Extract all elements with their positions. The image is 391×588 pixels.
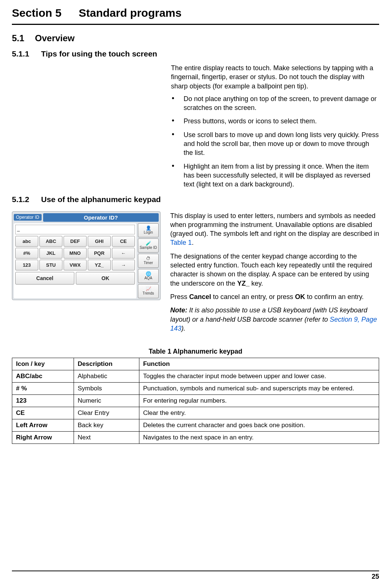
footer-rule [12, 571, 379, 571]
key-right-arrow: → [112, 260, 135, 270]
key-def: DEF [64, 236, 87, 247]
key-pqr: PQR [88, 248, 111, 259]
tip-item: Do not place anything on top of the scre… [171, 94, 379, 113]
cell-key: CE [12, 407, 74, 419]
table-row: Right Arrow Next Navigates to the next s… [12, 432, 379, 444]
key-abc-lower: abc [15, 236, 38, 247]
table-row: # % Symbols Punctuation, symbols and num… [12, 383, 379, 395]
section-5-1-2-body: This display is used to enter letters, n… [170, 211, 379, 338]
cell-func: Toggles the character input mode between… [139, 370, 379, 383]
heading-5-1-2: 5.1.2 Use of the alphanumeric keypad [12, 195, 379, 204]
cell-func: Punctuation, symbols and numerical sub- … [139, 383, 379, 395]
key-ghi: GHI [88, 236, 111, 247]
table-row: Left Arrow Back key Deletes the current … [12, 419, 379, 432]
cell-func: For entering regular numbers. [139, 395, 379, 407]
keypad-title: Operator ID? [43, 213, 159, 222]
keypad-screenshot: Operator ID Operator ID? _ abc ABC DEF G… [12, 211, 161, 300]
page-footer: 25 [12, 571, 379, 581]
side-login: 👤Login [138, 223, 159, 237]
section-name: Standard programs [79, 7, 182, 19]
table-row: ABC/abc Alphabetic Toggles the character… [12, 370, 379, 383]
side-aqa: 🌐AQA [138, 269, 159, 283]
title-rule [12, 24, 379, 25]
cancel-button: Cancel [15, 272, 74, 285]
cell-key: ABC/abc [12, 370, 74, 383]
table-row: 123 Numeric For entering regular numbers… [12, 395, 379, 407]
intro-paragraph: The entire display reacts to touch. Make… [171, 64, 379, 91]
cell-func: Navigates to the next space in an entry. [139, 432, 379, 444]
key-ce: CE [112, 236, 135, 247]
key-symbols: #% [15, 248, 38, 259]
cell-key: Right Arrow [12, 432, 74, 444]
key-stu: STU [39, 260, 62, 270]
keypad-note: Note: It is also possible to use a USB k… [170, 306, 379, 333]
heading-5-1-1: 5.1.1 Tips for using the touch screen [12, 49, 379, 58]
table-caption: Table 1 Alphanumeric keypad [12, 348, 379, 355]
cell-key: # % [12, 383, 74, 395]
alphanumeric-keypad-table: Icon / key Description Function ABC/abc … [12, 358, 379, 444]
table-header-row: Icon / key Description Function [12, 358, 379, 370]
cell-key: Left Arrow [12, 419, 74, 432]
cell-desc: Clear Entry [74, 407, 139, 419]
tip-item: Press buttons, words or icons to select … [171, 117, 379, 126]
key-123: 123 [15, 260, 38, 270]
table-1-link[interactable]: Table 1 [170, 239, 192, 246]
cell-desc: Back key [74, 419, 139, 432]
cell-desc: Alphabetic [74, 370, 139, 383]
cell-desc: Numeric [74, 395, 139, 407]
operator-id-tag: Operator ID [14, 214, 42, 221]
cell-key: 123 [12, 395, 74, 407]
tip-item: Highlight an item from a list by pressin… [171, 162, 379, 189]
heading-5-1-1-title: Tips for using the touch screen [41, 49, 157, 58]
section-title: Section 5 Standard programs [12, 7, 379, 22]
tip-item: Use scroll bars to move up and down long… [171, 130, 379, 157]
key-left-arrow: ← [112, 248, 135, 259]
heading-5-1-1-number: 5.1.1 [12, 49, 29, 58]
cell-desc: Next [74, 432, 139, 444]
tips-list: Do not place anything on top of the scre… [171, 94, 379, 189]
side-trends: 📈Trends [138, 284, 159, 298]
cell-func: Deletes the current character and goes b… [139, 419, 379, 432]
heading-5-1-title: Overview [35, 33, 75, 43]
keypad-input: _ [15, 225, 135, 234]
key-jkl: JKL [39, 248, 62, 259]
cell-desc: Symbols [74, 383, 139, 395]
key-vwx: VWX [64, 260, 87, 270]
ok-button: OK [76, 272, 135, 285]
key-yz: YZ_ [88, 260, 111, 270]
keypad-paragraph-3: Press Cancel to cancel an entry, or pres… [170, 292, 379, 301]
heading-5-1-number: 5.1 [12, 33, 24, 43]
section-number: Section 5 [12, 7, 61, 19]
table-row: CE Clear Entry Clear the entry. [12, 407, 379, 419]
section-5-1-1-body: The entire display reacts to touch. Make… [171, 64, 379, 189]
key-abc-upper: ABC [39, 236, 62, 247]
keypad-paragraph-1: This display is used to enter letters, n… [170, 211, 379, 247]
page-number: 25 [12, 573, 379, 581]
th-icon-key: Icon / key [12, 358, 74, 370]
side-sample-id: 🧪Sample ID [138, 238, 159, 253]
side-timer: ⏱Timer [138, 254, 159, 268]
heading-5-1-2-number: 5.1.2 [12, 195, 29, 204]
keypad-paragraph-2: The designations of the center keypad ch… [170, 252, 379, 288]
th-description: Description [74, 358, 139, 370]
cell-func: Clear the entry. [139, 407, 379, 419]
heading-5-1: 5.1 Overview [12, 33, 379, 43]
key-mno: MNO [64, 248, 87, 259]
heading-5-1-2-title: Use of the alphanumeric keypad [41, 195, 161, 204]
th-function: Function [139, 358, 379, 370]
